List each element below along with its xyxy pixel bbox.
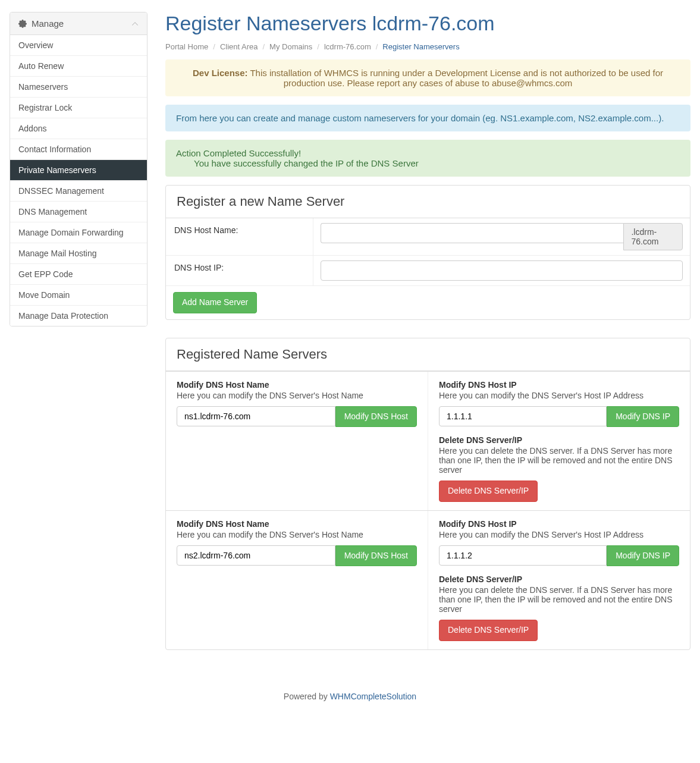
- sidebar-item-manage-domain-forwarding[interactable]: Manage Domain Forwarding: [10, 222, 147, 243]
- footer-prefix: Powered by: [284, 692, 330, 701]
- sidebar-item-contact-information[interactable]: Contact Information: [10, 139, 147, 160]
- sidebar-item-registrar-lock[interactable]: Registrar Lock: [10, 98, 147, 118]
- dns-hostname-label: DNS Host Name:: [166, 218, 313, 255]
- sidebar-manage: Manage OverviewAuto RenewNameserversRegi…: [10, 12, 147, 326]
- ip-input[interactable]: [439, 545, 607, 566]
- nameserver-row: Modify DNS Host NameHere you can modify …: [166, 510, 690, 649]
- dns-hostname-input[interactable]: [321, 223, 623, 243]
- success-body: You have successfully changed the IP of …: [176, 158, 680, 168]
- nameserver-row: Modify DNS Host NameHere you can modify …: [166, 371, 690, 510]
- register-panel-title: Register a new Name Server: [166, 186, 690, 218]
- page-title: Register Nameservers lcdrm-76.com: [165, 12, 690, 35]
- breadcrumb-register-nameservers: Register Nameservers: [382, 42, 459, 51]
- gear-icon: [18, 20, 27, 28]
- sidebar-item-dns-management[interactable]: DNS Management: [10, 202, 147, 222]
- delete-desc: Here you can delete the DNS server. If a…: [439, 446, 679, 475]
- dev-license-label: Dev License:: [193, 68, 248, 78]
- sidebar-header-label: Manage: [32, 18, 64, 29]
- dns-ip-label: DNS Host IP:: [166, 256, 313, 285]
- breadcrumb-lcdrm-76.com[interactable]: lcdrm-76.com: [324, 42, 371, 51]
- footer: Powered by WHMCompleteSolution: [0, 680, 700, 713]
- delete-server-button[interactable]: Delete DNS Server/IP: [439, 481, 538, 502]
- sidebar-item-private-nameservers[interactable]: Private Nameservers: [10, 160, 147, 181]
- info-alert: From here you can create and manage cust…: [165, 105, 690, 131]
- modify-ip-button[interactable]: Modify DNS IP: [607, 406, 679, 428]
- modify-ip-button[interactable]: Modify DNS IP: [607, 545, 679, 567]
- modify-host-title: Modify DNS Host Name: [177, 519, 417, 529]
- sidebar-item-addons[interactable]: Addons: [10, 118, 147, 139]
- modify-ip-title: Modify DNS Host IP: [439, 519, 679, 529]
- delete-title: Delete DNS Server/IP: [439, 574, 679, 584]
- modify-host-desc: Here you can modify the DNS Server's Hos…: [177, 391, 417, 400]
- modify-host-title: Modify DNS Host Name: [177, 380, 417, 390]
- sidebar-item-nameservers[interactable]: Nameservers: [10, 77, 147, 98]
- breadcrumb-portal-home[interactable]: Portal Home: [165, 42, 208, 51]
- dns-hostname-suffix: .lcdrm-76.com: [623, 223, 683, 250]
- sidebar-item-get-epp-code[interactable]: Get EPP Code: [10, 264, 147, 285]
- modify-ip-desc: Here you can modify the DNS Server's Hos…: [439, 530, 679, 539]
- dev-license-text: This installation of WHMCS is running un…: [248, 68, 663, 88]
- registered-panel: Registered Name Servers Modify DNS Host …: [165, 338, 690, 650]
- register-panel: Register a new Name Server DNS Host Name…: [165, 185, 690, 320]
- breadcrumb: Portal Home/Client Area/My Domains/lcdrm…: [165, 39, 690, 59]
- delete-desc: Here you can delete the DNS server. If a…: [439, 585, 679, 614]
- sidebar-item-overview[interactable]: Overview: [10, 35, 147, 56]
- host-input[interactable]: [177, 406, 335, 426]
- modify-ip-desc: Here you can modify the DNS Server's Hos…: [439, 391, 679, 400]
- sidebar-item-dnssec-management[interactable]: DNSSEC Management: [10, 181, 147, 202]
- breadcrumb-client-area[interactable]: Client Area: [220, 42, 258, 51]
- sidebar-item-move-domain[interactable]: Move Domain: [10, 285, 147, 306]
- chevron-up-icon: [131, 20, 139, 27]
- sidebar-header[interactable]: Manage: [10, 12, 147, 35]
- success-alert: Action Completed Successfully! You have …: [165, 140, 690, 177]
- delete-server-button[interactable]: Delete DNS Server/IP: [439, 620, 538, 641]
- add-nameserver-button[interactable]: Add Name Server: [173, 292, 257, 313]
- modify-ip-title: Modify DNS Host IP: [439, 380, 679, 390]
- host-input[interactable]: [177, 545, 335, 566]
- breadcrumb-my-domains[interactable]: My Domains: [269, 42, 312, 51]
- delete-title: Delete DNS Server/IP: [439, 435, 679, 445]
- dns-ip-input[interactable]: [321, 260, 683, 281]
- modify-host-desc: Here you can modify the DNS Server's Hos…: [177, 530, 417, 539]
- modify-host-button[interactable]: Modify DNS Host: [335, 406, 417, 428]
- sidebar-item-auto-renew[interactable]: Auto Renew: [10, 56, 147, 77]
- footer-link[interactable]: WHMCompleteSolution: [330, 692, 417, 701]
- ip-input[interactable]: [439, 406, 607, 426]
- dev-license-alert: Dev License: This installation of WHMCS …: [165, 59, 690, 96]
- registered-panel-title: Registered Name Servers: [166, 338, 690, 371]
- success-title: Action Completed Successfully!: [176, 148, 680, 158]
- modify-host-button[interactable]: Modify DNS Host: [335, 545, 417, 567]
- sidebar-item-manage-data-protection[interactable]: Manage Data Protection: [10, 306, 147, 326]
- sidebar-item-manage-mail-hosting[interactable]: Manage Mail Hosting: [10, 243, 147, 264]
